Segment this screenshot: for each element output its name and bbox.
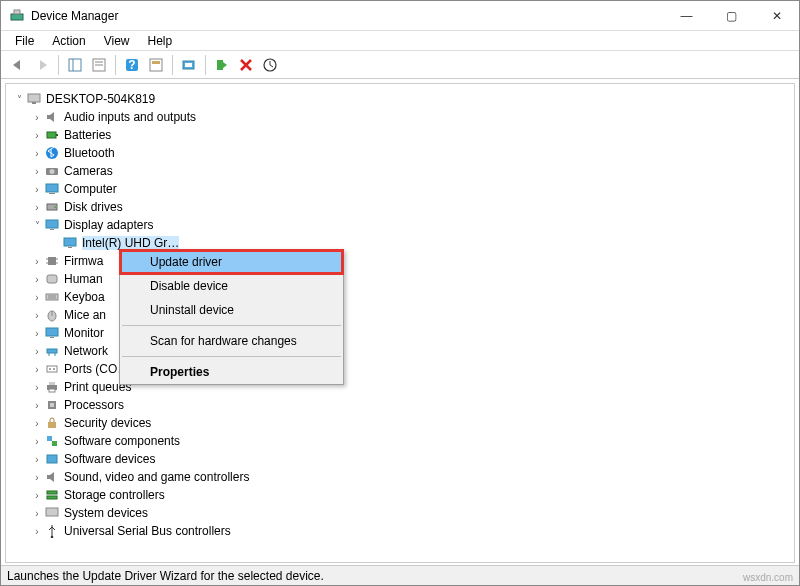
svg-rect-50 — [49, 382, 55, 385]
tree-item-sound[interactable]: ›Sound, video and game controllers — [6, 468, 794, 486]
properties-button[interactable] — [88, 54, 110, 76]
expand-icon[interactable]: › — [30, 364, 44, 375]
expand-icon[interactable]: › — [30, 166, 44, 177]
menu-help[interactable]: Help — [140, 32, 181, 50]
svg-rect-41 — [46, 328, 58, 336]
tree-item-display-adapters[interactable]: ˅Display adapters — [6, 216, 794, 234]
properties-button-2[interactable] — [145, 54, 167, 76]
tree-item-label: Security devices — [64, 416, 151, 430]
expand-icon[interactable]: › — [30, 400, 44, 411]
uninstall-device-button[interactable] — [235, 54, 257, 76]
menu-file[interactable]: File — [7, 32, 42, 50]
help-button[interactable]: ? — [121, 54, 143, 76]
tree-item-bluetooth[interactable]: ›Bluetooth — [6, 144, 794, 162]
tree-item-computer[interactable]: ›Computer — [6, 180, 794, 198]
collapse-icon[interactable]: ˅ — [30, 220, 44, 231]
tree-item-label: Firmwa — [64, 254, 103, 268]
expand-icon[interactable]: › — [30, 184, 44, 195]
scan-hardware-button[interactable] — [178, 54, 200, 76]
expand-icon[interactable]: › — [30, 310, 44, 321]
usb-icon — [44, 523, 60, 539]
tree-item-label: Mice an — [64, 308, 106, 322]
tree-item-label: Network — [64, 344, 108, 358]
ctx-separator — [122, 356, 341, 357]
expand-icon[interactable]: › — [30, 256, 44, 267]
ctx-uninstall-device[interactable]: Uninstall device — [120, 298, 343, 322]
expand-icon[interactable]: › — [30, 274, 44, 285]
speaker-icon — [44, 109, 60, 125]
svg-rect-58 — [47, 491, 57, 494]
ctx-scan-hardware[interactable]: Scan for hardware changes — [120, 329, 343, 353]
chip-icon — [44, 253, 60, 269]
svg-rect-29 — [68, 247, 72, 248]
tree-item-software-components[interactable]: ›Software components — [6, 432, 794, 450]
tree-item-label: Computer — [64, 182, 117, 196]
svg-rect-51 — [49, 389, 55, 392]
back-button[interactable] — [7, 54, 29, 76]
expand-icon[interactable]: › — [30, 346, 44, 357]
update-driver-button[interactable] — [259, 54, 281, 76]
menu-action[interactable]: Action — [44, 32, 93, 50]
lock-icon — [44, 415, 60, 431]
svg-rect-23 — [49, 193, 55, 194]
maximize-button[interactable]: ▢ — [709, 1, 754, 30]
keyboard-icon — [44, 289, 60, 305]
svg-rect-2 — [69, 59, 81, 71]
collapse-icon[interactable]: ˅ — [12, 94, 26, 105]
tree-item-processors[interactable]: ›Processors — [6, 396, 794, 414]
expand-icon[interactable]: › — [30, 130, 44, 141]
window-title: Device Manager — [31, 9, 664, 23]
svg-rect-43 — [47, 349, 57, 353]
svg-point-21 — [50, 169, 55, 174]
expand-icon[interactable]: › — [30, 382, 44, 393]
tree-item-batteries[interactable]: ›Batteries — [6, 126, 794, 144]
minimize-button[interactable]: — — [664, 1, 709, 30]
tree-item-label: Universal Serial Bus controllers — [64, 524, 231, 538]
svg-text:?: ? — [128, 58, 135, 72]
tree-item-storage[interactable]: ›Storage controllers — [6, 486, 794, 504]
watermark: wsxdn.com — [743, 572, 793, 583]
close-button[interactable]: ✕ — [754, 1, 799, 30]
printer-icon — [44, 379, 60, 395]
tree-item-label: Storage controllers — [64, 488, 165, 502]
expand-icon[interactable]: › — [30, 526, 44, 537]
expand-icon[interactable]: › — [30, 292, 44, 303]
forward-button[interactable] — [31, 54, 53, 76]
expand-icon[interactable]: › — [30, 148, 44, 159]
svg-rect-15 — [28, 94, 40, 102]
expand-icon[interactable]: › — [30, 490, 44, 501]
expand-icon[interactable]: › — [30, 454, 44, 465]
ctx-update-driver[interactable]: Update driver — [120, 250, 343, 274]
display-icon — [62, 235, 78, 251]
tree-item-usb[interactable]: ›Universal Serial Bus controllers — [6, 522, 794, 540]
port-icon — [44, 361, 60, 377]
svg-rect-56 — [52, 441, 57, 446]
context-menu: Update driver Disable device Uninstall d… — [119, 249, 344, 385]
tree-item-label: Software devices — [64, 452, 155, 466]
status-text: Launches the Update Driver Wizard for th… — [7, 569, 324, 583]
enable-device-button[interactable] — [211, 54, 233, 76]
expand-icon[interactable]: › — [30, 202, 44, 213]
expand-icon[interactable]: › — [30, 112, 44, 123]
expand-icon[interactable]: › — [30, 508, 44, 519]
show-hide-console-button[interactable] — [64, 54, 86, 76]
cpu-icon — [44, 397, 60, 413]
svg-rect-10 — [152, 61, 160, 64]
ctx-properties[interactable]: Properties — [120, 360, 343, 384]
tree-item-security[interactable]: ›Security devices — [6, 414, 794, 432]
toolbar: ? — [1, 51, 799, 79]
tree-item-software-devices[interactable]: ›Software devices — [6, 450, 794, 468]
tree-item-disk-drives[interactable]: ›Disk drives — [6, 198, 794, 216]
tree-item-cameras[interactable]: ›Cameras — [6, 162, 794, 180]
tree-item-audio[interactable]: ›Audio inputs and outputs — [6, 108, 794, 126]
expand-icon[interactable]: › — [30, 418, 44, 429]
svg-rect-54 — [48, 422, 56, 428]
tree-item-system[interactable]: ›System devices — [6, 504, 794, 522]
expand-icon[interactable]: › — [30, 436, 44, 447]
ctx-disable-device[interactable]: Disable device — [120, 274, 343, 298]
tree-root[interactable]: ˅ DESKTOP-504K819 — [6, 90, 794, 108]
expand-icon[interactable]: › — [30, 472, 44, 483]
tree-item-label: Keyboa — [64, 290, 105, 304]
menu-view[interactable]: View — [96, 32, 138, 50]
expand-icon[interactable]: › — [30, 328, 44, 339]
